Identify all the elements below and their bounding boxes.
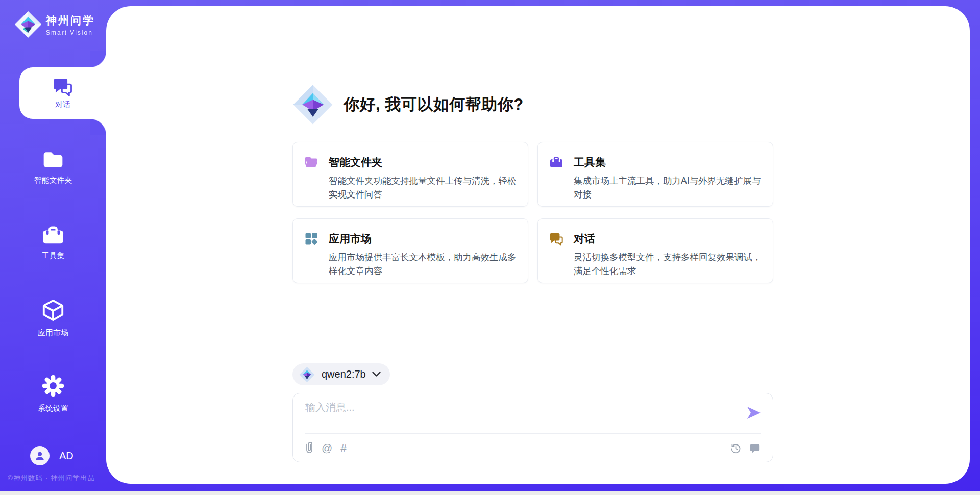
tab-curve-bottom	[90, 119, 106, 135]
card-description: 智能文件夹功能支持批量文件上传与清洗，轻松实现文件问答	[329, 174, 520, 202]
card-description: 集成市场上主流工具，助力AI与外界无缝扩展与对接	[574, 174, 765, 202]
feature-cards: 智能文件夹 智能文件夹功能支持批量文件上传与清洗，轻松实现文件问答	[292, 142, 773, 283]
card-title: 对话	[574, 232, 595, 246]
sidebar-item-label: 对话	[55, 100, 70, 110]
app-tagline: Smart Vision	[46, 29, 95, 36]
history-icon[interactable]	[730, 442, 742, 454]
card-description: 应用市场提供丰富长文本模板，助力高效生成多样化文章内容	[329, 251, 520, 278]
user-account[interactable]: AD	[30, 446, 74, 465]
card-smart-folder[interactable]: 智能文件夹 智能文件夹功能支持批量文件上传与清洗，轻松实现文件问答	[292, 142, 528, 207]
grid-icon	[304, 232, 318, 246]
card-title: 应用市场	[329, 232, 372, 246]
paperclip-icon[interactable]	[305, 442, 313, 454]
sidebar-item-settings[interactable]: 系统设置	[0, 374, 106, 413]
diamond-logo-icon	[14, 10, 42, 39]
sidebar-item-label: 应用市场	[0, 328, 106, 338]
hash-icon[interactable]: #	[340, 442, 347, 454]
gear-icon	[41, 374, 65, 398]
at-icon[interactable]: @	[322, 442, 332, 454]
window-bottom-edge	[0, 491, 980, 495]
cube-icon	[41, 299, 65, 322]
avatar	[30, 446, 50, 465]
message-composer: @ #	[292, 393, 773, 462]
diamond-logo-icon	[292, 82, 333, 128]
model-selector[interactable]: qwen2:7b	[292, 363, 390, 385]
sidebar-item-app-market[interactable]: 应用市场	[0, 299, 106, 338]
tab-curve-top	[90, 51, 106, 67]
card-title: 工具集	[574, 155, 606, 169]
composer-toolbar: @ #	[305, 440, 761, 456]
send-icon[interactable]	[746, 406, 762, 420]
sidebar-item-toolset[interactable]: 工具集	[0, 225, 106, 261]
chat-icon	[549, 232, 564, 246]
toolbox-icon	[549, 155, 564, 169]
card-toolset[interactable]: 工具集 集成市场上主流工具，助力AI与外界无缝扩展与对接	[537, 142, 773, 207]
greeting: 你好, 我可以如何帮助你?	[292, 82, 524, 128]
chevron-down-icon	[372, 372, 381, 377]
sidebar-item-label: 智能文件夹	[0, 176, 106, 185]
comment-icon[interactable]	[749, 442, 761, 454]
composer-divider	[305, 433, 761, 434]
folder-icon	[42, 150, 64, 169]
app-window: 神州问学 Smart Vision 对话 智能文件夹	[0, 0, 980, 495]
card-chat[interactable]: 对话 灵活切换多模型文件，支持多样回复效果调试，满足个性化需求	[537, 218, 773, 283]
message-input[interactable]	[305, 401, 734, 430]
app-name: 神州问学	[46, 13, 95, 28]
copyright-text: ©神州数码 · 神州问学出品	[8, 474, 95, 483]
sidebar-item-label: 工具集	[0, 251, 106, 261]
card-title: 智能文件夹	[329, 155, 382, 169]
user-initials: AD	[59, 450, 74, 462]
sidebar: 神州问学 Smart Vision 对话 智能文件夹	[0, 0, 106, 495]
model-name: qwen2:7b	[322, 368, 366, 380]
app-logo: 神州问学 Smart Vision	[14, 10, 95, 39]
person-icon	[34, 450, 45, 461]
greeting-title: 你好, 我可以如何帮助你?	[344, 94, 524, 115]
sidebar-item-smart-folder[interactable]: 智能文件夹	[0, 150, 106, 185]
card-description: 灵活切换多模型文件，支持多样回复效果调试，满足个性化需求	[574, 251, 765, 278]
sidebar-item-chat[interactable]: 对话	[19, 67, 106, 119]
card-app-market[interactable]: 应用市场 应用市场提供丰富长文本模板，助力高效生成多样化文章内容	[292, 218, 528, 283]
diamond-logo-icon	[299, 366, 315, 383]
chat-icon	[53, 77, 73, 96]
folder-open-icon	[304, 155, 318, 169]
toolbox-icon	[41, 225, 65, 245]
sidebar-item-label: 系统设置	[0, 404, 106, 413]
